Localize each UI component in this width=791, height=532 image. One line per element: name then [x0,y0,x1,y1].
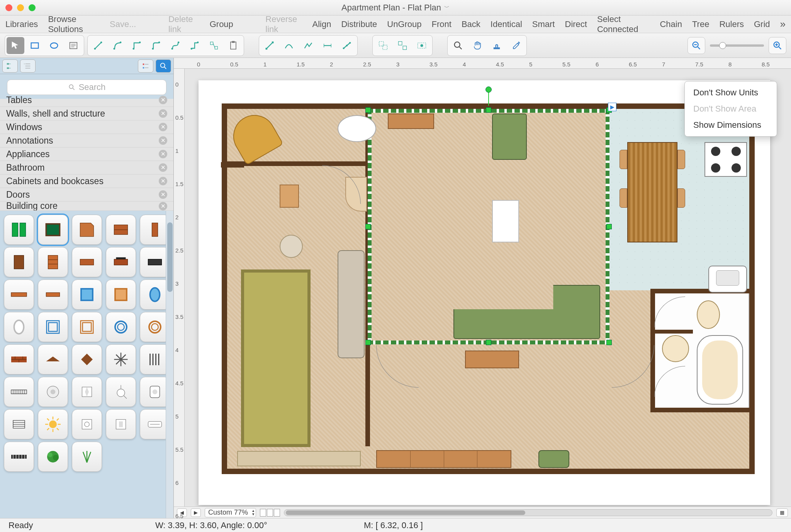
selection-handle[interactable] [486,107,491,113]
polyline-tool[interactable] [299,37,317,54]
shape-plant-fern[interactable] [72,442,102,472]
wall-bathroom-h2[interactable] [650,330,693,334]
stove[interactable] [704,142,747,177]
close-icon[interactable]: ✕ [159,96,167,104]
floor-plan[interactable]: ▶ [222,103,755,474]
wall-cabinet[interactable] [388,114,434,129]
category-windows[interactable]: Windows✕ [0,120,173,134]
shape-vent-grille[interactable] [4,409,34,439]
dining-chair-l1[interactable] [620,150,627,169]
menu-smart[interactable]: Smart [532,19,555,29]
canvas-viewport[interactable]: ▶ Don't Show Units Don't Show Area Show … [185,69,791,507]
selection-handle[interactable] [486,340,491,345]
page-next-button[interactable]: ▶ [191,508,201,517]
shape-tv-stand[interactable] [72,247,102,277]
category-bathroom[interactable]: Bathroom✕ [0,161,173,175]
sideboard[interactable] [376,450,511,468]
minimize-window-button[interactable] [17,4,24,11]
ellipse-tool[interactable] [45,37,63,54]
menu-group[interactable]: Group [210,19,233,29]
close-icon[interactable]: ✕ [159,202,167,210]
clipboard-tool[interactable] [224,37,242,54]
coffee-table[interactable] [465,351,519,368]
menu-front[interactable]: Front [432,19,452,29]
lib-tab-tree[interactable] [2,59,18,73]
nightstand[interactable] [280,185,299,208]
menu-chain[interactable]: Chain [660,19,682,29]
close-icon[interactable]: ✕ [159,136,167,145]
office-chair[interactable] [280,235,303,258]
shape-outlet[interactable] [72,409,102,439]
kitchen-sink[interactable] [708,266,747,293]
close-icon[interactable]: ✕ [159,190,167,199]
menu-align[interactable]: Align [312,19,331,29]
selection-handle[interactable] [606,224,612,229]
zoom-slider-thumb[interactable] [719,42,726,49]
shape-pool-table[interactable] [38,215,68,245]
shape-star-fan[interactable] [106,344,136,374]
dining-chair-l2[interactable] [620,188,627,208]
close-icon[interactable]: ✕ [159,177,167,185]
shape-low-table[interactable] [38,280,68,310]
shape-roof-diamond[interactable] [72,344,102,374]
horizontal-scrollbar[interactable] [284,509,772,516]
ruler-vertical[interactable]: 00.511.522.533.544.555.566.5 [174,69,185,507]
menu-reverse-link[interactable]: Reverse link [265,14,302,34]
selection-handle[interactable] [365,224,371,229]
pointer-tool[interactable] [7,37,24,54]
category-walls[interactable]: Walls, shell and structure✕ [0,107,173,120]
connector-multi[interactable] [205,37,223,54]
rotation-handle[interactable] [485,86,492,93]
stamp-tool[interactable] [488,37,506,54]
category-cabinets[interactable]: Cabinets and bookcases✕ [0,175,173,188]
armchair-green-1[interactable] [492,114,527,160]
shape-vent-linear[interactable] [4,377,34,407]
ungroup-tool[interactable] [394,37,411,54]
connector-right-angle[interactable] [128,37,146,54]
search-input[interactable]: Search [7,80,166,95]
selection-handle[interactable] [606,340,612,345]
category-annotations[interactable]: Annotations✕ [0,134,173,147]
dimension-h-tool[interactable] [319,37,336,54]
shape-frame-blue[interactable] [72,280,102,310]
rect-tool[interactable] [26,37,44,54]
lib-tab-list[interactable] [138,59,153,73]
close-icon[interactable]: ✕ [159,123,167,131]
ruler-horizontal[interactable]: 00.511.522.533.544.555.566.577.588.5 [174,58,791,69]
menu-back[interactable]: Back [462,19,480,29]
menu-ungroup[interactable]: UnGroup [387,19,421,29]
menu-identical[interactable]: Identical [491,19,522,29]
shape-frame-double-orange[interactable] [72,312,102,342]
zoom-in-button[interactable] [769,37,786,54]
shape-roof-s[interactable] [38,344,68,374]
zoom-window-button[interactable] [29,4,36,11]
menu-direct[interactable]: Direct [565,19,587,29]
shape-door-double[interactable] [4,215,34,245]
fridge[interactable] [492,200,519,242]
dining-chair-r2[interactable] [677,188,685,208]
dimension-free-tool[interactable] [338,37,356,54]
spline-tool[interactable] [280,37,298,54]
shape-brick-wall[interactable] [4,344,34,374]
shape-console[interactable] [106,247,136,277]
dining-table[interactable] [627,142,677,242]
category-doors[interactable]: Doors✕ [0,188,173,202]
hand-tool[interactable] [468,37,486,54]
shape-dresser[interactable] [106,215,136,245]
shape-frame-double-blue[interactable] [38,312,68,342]
shape-wardrobe[interactable] [4,247,34,277]
scrollbar-thumb[interactable] [167,222,173,292]
bathroom-sink[interactable] [662,335,689,362]
scrollbar-thumb[interactable] [286,510,525,515]
window-title[interactable]: Apartment Plan - Flat Plan ﹀ [341,3,450,13]
zoom-stepper[interactable]: ▲▼ [251,509,255,516]
menu-save[interactable]: Save... [110,19,136,29]
bathtub[interactable] [697,335,743,405]
dining-chair-r1[interactable] [677,150,685,169]
close-window-button[interactable] [5,4,12,11]
connector-bezier[interactable] [166,37,184,54]
text-block-tool[interactable] [65,37,82,54]
selection-action-button[interactable]: ▶ [608,103,616,111]
group-tool[interactable] [374,37,392,54]
sofa-bedroom[interactable] [338,250,365,358]
